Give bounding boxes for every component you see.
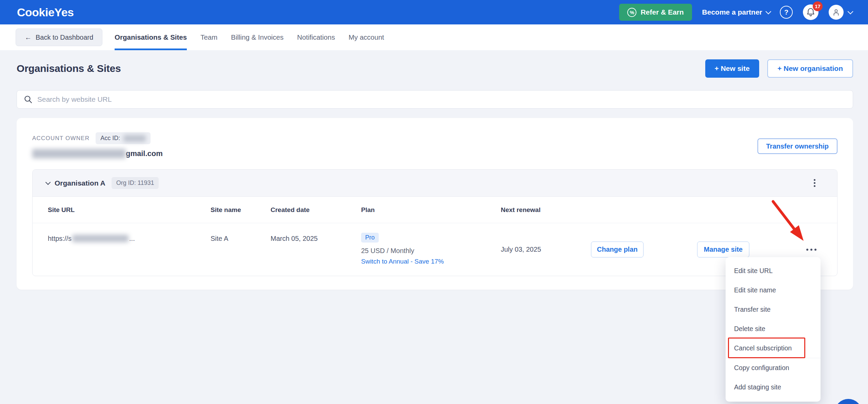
become-partner-menu[interactable]: Become a partner: [702, 8, 770, 16]
plan-price: 25 USD / Monthly: [361, 247, 501, 255]
new-organisation-button[interactable]: + New organisation: [767, 59, 853, 78]
top-navbar: CookieYes % Refer & Earn Become a partne…: [0, 0, 868, 24]
tab-organisations-sites[interactable]: Organisations & Sites: [115, 24, 187, 50]
back-label: Back to Dashboard: [36, 34, 93, 41]
site-more-options-button[interactable]: [805, 246, 818, 253]
acc-id-label: Acc ID:: [100, 135, 120, 142]
site-url-prefix: https://s: [48, 235, 72, 243]
collapse-chevron-icon[interactable]: [45, 180, 51, 185]
sites-table-header: Site URL Site name Created date Plan Nex…: [33, 197, 837, 223]
page-header-row: Organisations & Sites + New site + New o…: [17, 59, 853, 78]
secondary-nav: ← Back to Dashboard Organisations & Site…: [0, 24, 868, 50]
site-name-cell: Site A: [211, 223, 271, 276]
organisation-name: Organisation A: [55, 179, 105, 187]
col-next-renewal: Next renewal: [501, 206, 591, 214]
col-site-name: Site name: [211, 206, 271, 214]
page-title: Organisations & Sites: [17, 63, 121, 74]
account-id-badge: Acc ID:: [96, 132, 151, 144]
owner-email-row: gmail.com: [32, 149, 837, 158]
tab-team[interactable]: Team: [200, 24, 217, 50]
user-icon: [832, 8, 840, 16]
chevron-down-icon: [766, 8, 771, 14]
menu-item-edit-site-name[interactable]: Edit site name: [726, 281, 821, 300]
redacted-account-id: [123, 135, 146, 142]
transfer-ownership-button[interactable]: Transfer ownership: [757, 138, 838, 154]
menu-item-edit-site-url[interactable]: Edit site URL: [726, 261, 821, 281]
search-icon: [24, 95, 33, 104]
account-menu[interactable]: [829, 5, 852, 20]
search-input[interactable]: [37, 95, 846, 103]
notifications-button[interactable]: 17: [803, 4, 818, 20]
new-site-button[interactable]: + New site: [705, 59, 759, 78]
created-date-cell: March 05, 2025: [271, 223, 361, 276]
menu-item-delete-site[interactable]: Delete site: [726, 319, 821, 339]
percent-badge-icon: %: [627, 8, 636, 17]
help-button[interactable]: ?: [780, 6, 793, 19]
menu-item-cancel-subscription[interactable]: Cancel subscription: [726, 339, 821, 358]
notification-count-badge: 17: [813, 1, 823, 11]
become-partner-label: Become a partner: [702, 8, 762, 16]
refer-earn-label: Refer & Earn: [640, 8, 684, 16]
table-row: https://s ... Site A March 05, 2025 Pro …: [33, 223, 837, 276]
site-url-cell: https://s ...: [48, 223, 211, 276]
main-content: Organisations & Sites + New site + New o…: [0, 59, 868, 290]
cookieyes-logo: CookieYes: [17, 6, 74, 19]
switch-to-annual-link[interactable]: Switch to Annual - Save 17%: [361, 258, 501, 265]
chat-widget-button[interactable]: [835, 399, 862, 404]
menu-item-copy-configuration[interactable]: Copy configuration: [726, 358, 821, 378]
plan-badge: Pro: [361, 233, 379, 243]
refer-earn-button[interactable]: % Refer & Earn: [619, 4, 692, 21]
row-actions: Change plan Manage site: [591, 242, 837, 257]
chevron-down-icon: [848, 8, 853, 14]
next-renewal-cell: July 03, 2025: [501, 246, 591, 253]
question-mark-icon: ?: [784, 8, 788, 16]
back-to-dashboard-button[interactable]: ← Back to Dashboard: [16, 28, 102, 46]
tab-my-account[interactable]: My account: [349, 24, 384, 50]
col-plan: Plan: [361, 206, 501, 214]
tab-notifications[interactable]: Notifications: [297, 24, 335, 50]
col-site-url: Site URL: [48, 206, 211, 214]
manage-site-button[interactable]: Manage site: [697, 242, 749, 257]
site-context-menu: Edit site URL Edit site name Transfer si…: [726, 257, 821, 402]
col-created-date: Created date: [271, 206, 361, 214]
menu-item-add-staging-site[interactable]: Add staging site: [726, 378, 821, 397]
search-bar: [17, 90, 853, 109]
site-url-ellipsis: ...: [129, 235, 135, 243]
avatar: [829, 5, 844, 20]
navbar-right-cluster: % Refer & Earn Become a partner ? 17: [619, 4, 852, 21]
account-owner-label: ACCOUNT OWNER: [32, 135, 90, 142]
organisation-section: Organisation A Org ID: 11931 Site URL Si…: [32, 169, 837, 276]
change-plan-button[interactable]: Change plan: [591, 242, 644, 257]
owner-row: ACCOUNT OWNER Acc ID:: [32, 132, 837, 144]
org-id-badge: Org ID: 11931: [112, 177, 159, 189]
settings-tabs: Organisations & Sites Team Billing & Inv…: [115, 24, 384, 50]
arrow-left-icon: ←: [25, 34, 32, 41]
plan-cell: Pro 25 USD / Monthly Switch to Annual - …: [361, 223, 501, 276]
organisation-menu-button[interactable]: [812, 177, 817, 189]
page-actions: + New site + New organisation: [705, 59, 853, 78]
menu-item-transfer-site[interactable]: Transfer site: [726, 300, 821, 319]
owner-email-domain: gmail.com: [126, 149, 163, 158]
redacted-email-user: [32, 149, 126, 158]
redacted-site-url: [72, 235, 129, 242]
tab-billing-invoices[interactable]: Billing & Invoices: [231, 24, 283, 50]
organisation-header: Organisation A Org ID: 11931: [33, 170, 837, 197]
